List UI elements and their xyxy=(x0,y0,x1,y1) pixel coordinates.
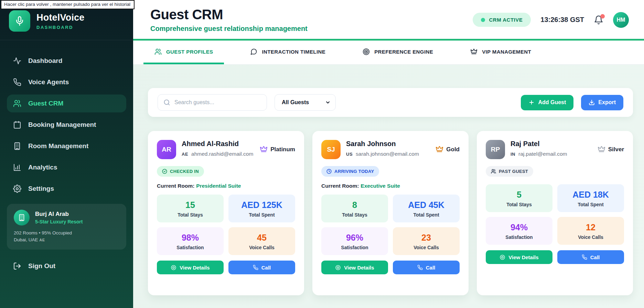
guest-filter-select[interactable]: All Guests xyxy=(275,94,336,111)
guest-card-grid: AR Ahmed Al-Rashid AE ahmed.rashid@email… xyxy=(148,131,633,295)
eye-icon xyxy=(171,265,176,271)
guest-card: RP Raj Patel IN raj.patel@email.com Silv… xyxy=(477,131,633,295)
app-root: HotelVoice DASHBOARD Dashboard Voice Age… xyxy=(0,0,644,308)
guest-country-code: US xyxy=(346,152,353,157)
current-room: Current Room:Presidential Suite xyxy=(157,183,295,189)
users-icon xyxy=(491,169,496,174)
status-label: CRM ACTIVE xyxy=(489,17,523,23)
sidebar-item-settings[interactable]: Settings xyxy=(7,180,126,198)
stat-total-spent: AED 45KTotal Spent xyxy=(393,195,460,222)
guest-avatar: SJ xyxy=(321,140,341,159)
stat-voice-calls: 23Voice Calls xyxy=(393,227,460,255)
status-dot xyxy=(481,18,485,22)
tier-label: Gold xyxy=(446,146,460,153)
sidebar-item-label: Guest CRM xyxy=(28,100,63,107)
tab-preference-engine[interactable]: PREFERENCE ENGINE xyxy=(352,41,444,64)
search-box xyxy=(158,94,267,111)
sidebar-item-label: Dashboard xyxy=(28,57,62,65)
filter-value: All Guests xyxy=(282,99,309,106)
loyalty-tier: Silver xyxy=(598,145,624,153)
guest-email: raj.patel@email.com xyxy=(518,151,567,157)
stat-voice-calls: 45Voice Calls xyxy=(228,227,295,255)
sidebar-item-guest-crm[interactable]: Guest CRM xyxy=(7,95,126,112)
call-button[interactable]: Call xyxy=(228,261,295,274)
crown-icon xyxy=(598,145,605,153)
tab-label: PREFERENCE ENGINE xyxy=(374,49,433,55)
tab-label: INTERACTION TIMELINE xyxy=(262,49,325,55)
guest-avatar: AR xyxy=(157,140,176,159)
status-badge: CHECKED IN xyxy=(157,166,204,177)
loyalty-tier: Platinum xyxy=(260,145,295,153)
call-button[interactable]: Call xyxy=(557,250,624,264)
chat-bubble-icon xyxy=(250,48,257,55)
call-button[interactable]: Call xyxy=(393,261,460,274)
target-icon xyxy=(363,48,370,55)
sidebar-item-label: Room Management xyxy=(28,142,88,150)
brand-subtitle: DASHBOARD xyxy=(36,25,85,30)
browser-back-tooltip: Hacer clic para volver , mantener pulsad… xyxy=(1,0,135,9)
guest-name: Sarah Johnson xyxy=(346,140,436,148)
tab-vip-management[interactable]: VIP MANAGEMENT xyxy=(459,41,542,64)
sign-out-button[interactable]: Sign Out xyxy=(7,257,126,275)
guest-name: Raj Patel xyxy=(511,140,598,148)
view-details-button[interactable]: View Details xyxy=(321,261,388,274)
room-name: Presidential Suite xyxy=(196,183,241,189)
users-icon xyxy=(13,99,21,108)
sidebar: HotelVoice DASHBOARD Dashboard Voice Age… xyxy=(0,0,133,308)
phone-icon xyxy=(582,254,587,260)
tab-bar: GUEST PROFILES INTERACTION TIMELINE PREF… xyxy=(133,41,644,65)
notification-dot xyxy=(600,14,605,19)
eye-icon xyxy=(335,265,341,271)
sidebar-item-dashboard[interactable]: Dashboard xyxy=(7,52,126,70)
guest-email: ahmed.rashid@email.com xyxy=(191,151,253,157)
hotel-type: 5-Star Luxury Resort xyxy=(35,219,83,224)
crm-status-badge: CRM ACTIVE xyxy=(473,13,531,27)
hotel-location: Dubai, UAE AE xyxy=(14,236,119,243)
stat-total-stays: 15Total Stays xyxy=(157,195,224,222)
guest-card: SJ Sarah Johnson US sarah.johnson@email.… xyxy=(312,131,469,295)
stat-satisfaction: 96%Satisfaction xyxy=(321,227,388,255)
crown-icon xyxy=(470,48,477,55)
tab-guest-profiles[interactable]: GUEST PROFILES xyxy=(143,41,224,64)
view-details-button[interactable]: View Details xyxy=(486,250,552,264)
export-button[interactable]: Export xyxy=(581,95,623,110)
tier-label: Platinum xyxy=(270,146,295,153)
phone-icon xyxy=(13,78,21,86)
sign-out-label: Sign Out xyxy=(28,262,55,270)
stat-voice-calls: 12Voice Calls xyxy=(557,217,624,245)
main-area: Guest CRM Comprehensive guest relationsh… xyxy=(133,0,644,308)
eye-icon xyxy=(500,254,505,260)
sidebar-item-analytics[interactable]: Analytics xyxy=(7,158,126,176)
view-details-button[interactable]: View Details xyxy=(157,261,224,274)
calendar-icon xyxy=(13,121,21,129)
log-out-icon xyxy=(13,262,21,270)
status-badge: ARRIVING TODAY xyxy=(321,166,379,177)
user-avatar[interactable]: HM xyxy=(613,12,629,28)
guest-card: AR Ahmed Al-Rashid AE ahmed.rashid@email… xyxy=(148,131,304,295)
sidebar-item-label: Analytics xyxy=(28,164,57,171)
hotel-building-icon xyxy=(14,210,30,226)
tier-label: Silver xyxy=(608,146,624,153)
tab-interaction-timeline[interactable]: INTERACTION TIMELINE xyxy=(239,41,336,64)
guest-country-code: IN xyxy=(511,152,515,157)
phone-icon xyxy=(417,265,423,270)
stat-total-stays: 8Total Stays xyxy=(321,195,388,222)
sidebar-item-booking-management[interactable]: Booking Management xyxy=(7,116,126,134)
search-input[interactable] xyxy=(174,99,261,106)
notifications-button[interactable] xyxy=(594,15,603,25)
phone-icon xyxy=(253,265,258,270)
loyalty-tier: Gold xyxy=(436,145,460,153)
hotel-name: Burj Al Arab xyxy=(35,211,83,218)
stat-total-spent: AED 125KTotal Spent xyxy=(228,195,295,222)
crown-icon xyxy=(260,145,268,153)
sidebar-item-voice-agents[interactable]: Voice Agents xyxy=(7,73,126,91)
stat-total-stays: 5Total Stays xyxy=(486,184,552,212)
sidebar-item-label: Voice Agents xyxy=(28,78,69,86)
status-badge: PAST GUEST xyxy=(486,166,533,177)
guest-name: Ahmed Al-Rashid xyxy=(182,140,260,148)
page-subtitle: Comprehensive guest relationship managem… xyxy=(150,25,308,33)
add-guest-button[interactable]: Add Guest xyxy=(521,95,573,110)
building-icon xyxy=(13,142,21,150)
sidebar-item-room-management[interactable]: Room Management xyxy=(7,137,126,155)
sidebar-nav: Dashboard Voice Agents Guest CRM Booking… xyxy=(0,40,133,201)
